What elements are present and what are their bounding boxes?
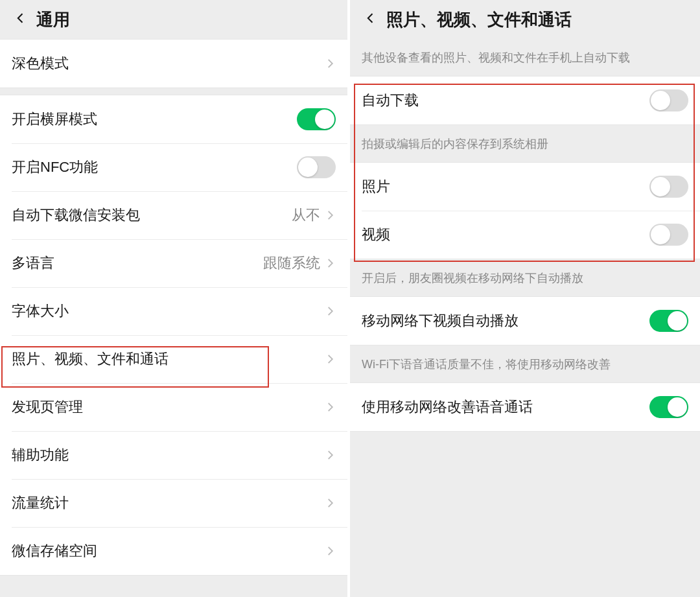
row-improve-voice[interactable]: 使用移动网络改善语音通话 bbox=[350, 383, 700, 431]
row-storage[interactable]: 微信存储空间 bbox=[0, 527, 347, 575]
row-multilang[interactable]: 多语言 跟随系统 bbox=[0, 239, 347, 287]
toggle-auto-download[interactable] bbox=[649, 89, 688, 111]
row-font-size[interactable]: 字体大小 bbox=[0, 287, 347, 335]
row-value: 从不 bbox=[292, 205, 320, 225]
row-label: 照片、视频、文件和通话 bbox=[12, 349, 324, 369]
row-label: 深色模式 bbox=[12, 54, 324, 73]
row-data-usage[interactable]: 流量统计 bbox=[0, 479, 347, 527]
row-label: 自动下载微信安装包 bbox=[12, 205, 292, 225]
chevron-left-icon bbox=[14, 12, 27, 27]
row-video[interactable]: 视频 bbox=[350, 211, 700, 259]
photos-videos-panel: 照片、视频、文件和通话 其他设备查看的照片、视频和文件在手机上自动下载 自动下载… bbox=[350, 0, 700, 597]
row-label: 流量统计 bbox=[12, 493, 324, 513]
chevron-right-icon bbox=[324, 401, 336, 413]
chevron-right-icon bbox=[324, 257, 336, 269]
row-auto-download[interactable]: 自动下载 bbox=[350, 76, 700, 124]
toggle-landscape[interactable] bbox=[297, 108, 336, 130]
toggle-video[interactable] bbox=[649, 224, 688, 246]
row-label: 开启NFC功能 bbox=[12, 158, 297, 177]
chevron-right-icon bbox=[324, 209, 336, 221]
section-header: 拍摄或编辑后的内容保存到系统相册 bbox=[350, 125, 700, 162]
row-mobile-autoplay[interactable]: 移动网络下视频自动播放 bbox=[350, 297, 700, 345]
row-label: 字体大小 bbox=[12, 301, 324, 321]
row-label: 多语言 bbox=[12, 253, 263, 273]
row-label: 使用移动网络改善语音通话 bbox=[362, 397, 649, 417]
chevron-right-icon bbox=[324, 449, 336, 461]
row-label: 辅助功能 bbox=[12, 445, 324, 465]
chevron-right-icon bbox=[324, 58, 336, 69]
toggle-mobile-autoplay[interactable] bbox=[649, 310, 688, 332]
divider bbox=[0, 88, 347, 95]
chevron-right-icon bbox=[324, 353, 336, 365]
row-label: 微信存储空间 bbox=[12, 541, 324, 561]
chevron-right-icon bbox=[324, 305, 336, 317]
row-dark-mode[interactable]: 深色模式 bbox=[0, 40, 347, 88]
header-left: 通用 bbox=[0, 0, 347, 39]
toggle-nfc[interactable] bbox=[297, 156, 336, 178]
row-label: 开启横屏模式 bbox=[12, 110, 297, 129]
row-photo[interactable]: 照片 bbox=[350, 163, 700, 211]
row-label: 发现页管理 bbox=[12, 397, 324, 417]
chevron-right-icon bbox=[324, 497, 336, 509]
toggle-improve-voice[interactable] bbox=[649, 396, 688, 418]
row-label: 视频 bbox=[362, 225, 649, 244]
back-button-right[interactable] bbox=[356, 5, 385, 34]
back-button-left[interactable] bbox=[6, 5, 35, 34]
row-label: 移动网络下视频自动播放 bbox=[362, 311, 649, 331]
general-settings-panel: 通用 深色模式 开启横屏模式 开启NFC功能 自动下载微信安装包 从不 多语言 … bbox=[0, 0, 350, 597]
row-label: 照片 bbox=[362, 177, 649, 196]
toggle-photo[interactable] bbox=[649, 176, 688, 198]
chevron-right-icon bbox=[324, 545, 336, 557]
page-title-left: 通用 bbox=[36, 8, 70, 31]
row-photos-videos[interactable]: 照片、视频、文件和通话 bbox=[0, 335, 347, 383]
row-value: 跟随系统 bbox=[263, 253, 320, 273]
section-header: 其他设备查看的照片、视频和文件在手机上自动下载 bbox=[350, 39, 700, 76]
chevron-left-icon bbox=[364, 12, 377, 27]
row-accessibility[interactable]: 辅助功能 bbox=[0, 431, 347, 479]
header-right: 照片、视频、文件和通话 bbox=[350, 0, 700, 39]
section-header: Wi-Fi下语音通话质量不佳，将使用移动网络改善 bbox=[350, 345, 700, 382]
row-nfc[interactable]: 开启NFC功能 bbox=[0, 143, 347, 191]
section-header: 开启后，朋友圈视频在移动网络下自动播放 bbox=[350, 259, 700, 296]
row-label: 自动下载 bbox=[362, 91, 649, 110]
page-title-right: 照片、视频、文件和通话 bbox=[386, 8, 572, 31]
row-discover[interactable]: 发现页管理 bbox=[0, 383, 347, 431]
row-landscape[interactable]: 开启横屏模式 bbox=[0, 95, 347, 143]
row-auto-download-pkg[interactable]: 自动下载微信安装包 从不 bbox=[0, 191, 347, 239]
